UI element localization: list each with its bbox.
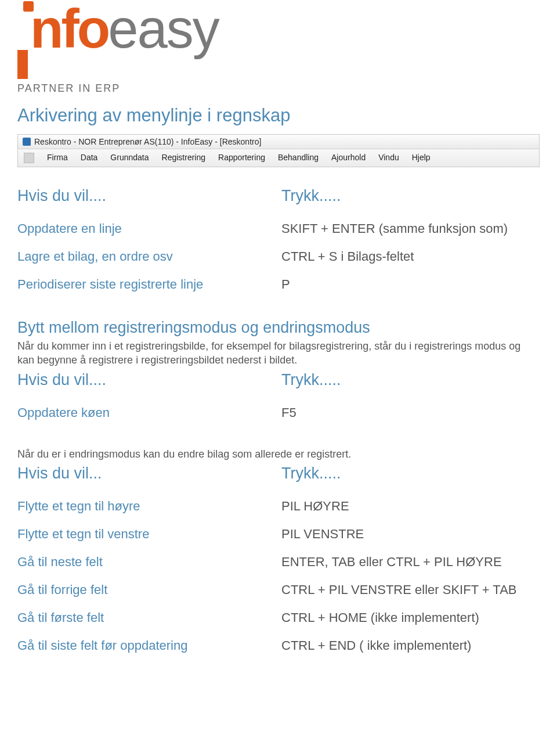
table-1-header-left: Hvis du vil.... <box>17 187 276 205</box>
app-window-menubar: Firma Data Grunndata Registrering Rappor… <box>18 149 539 167</box>
table-2-row-0-key: F5 <box>281 405 540 420</box>
logo-text-easy: easy <box>108 6 219 52</box>
table-1-row-1-action: Lagre et bilag, en ordre osv <box>17 249 276 264</box>
app-window: Reskontro - NOR Entreprenør AS(110) - In… <box>17 134 540 167</box>
app-window-title: Reskontro - NOR Entreprenør AS(110) - In… <box>34 137 261 146</box>
table-3-row-4-key: CTRL + HOME (ikke implementert) <box>281 610 540 625</box>
menu-item-registrering[interactable]: Registrering <box>162 153 205 163</box>
menu-item-grunndata[interactable]: Grunndata <box>110 153 149 163</box>
table-1-row-0-action: Oppdatere en linje <box>17 221 276 236</box>
table-3-row-1-action: Flytte et tegn til venstre <box>17 527 276 542</box>
table-2-row-0-action: Oppdatere køen <box>17 405 276 420</box>
table-3-row-2-key: ENTER, TAB eller CTRL + PIL HØYRE <box>281 555 540 570</box>
table-3-row-3-key: CTRL + PIL VENSTRE eller SKIFT + TAB <box>281 582 540 597</box>
app-icon <box>23 138 31 146</box>
table-1-header-right: Trykk..... <box>281 187 540 205</box>
table-1-row-1-key: CTRL + S i Bilags-feltet <box>281 249 540 264</box>
table-3-row-5-key: CTRL + END ( ikke implementert) <box>281 638 540 653</box>
table-2-header-left: Hvis du vil.... <box>17 371 276 389</box>
table-3-row-3-action: Gå til forrige felt <box>17 582 276 597</box>
logo-i-stem-icon <box>17 50 28 79</box>
menu-item-firma[interactable]: Firma <box>47 153 68 163</box>
menu-item-rapportering[interactable]: Rapportering <box>218 153 265 163</box>
table-3-row-0-action: Flytte et tegn til høyre <box>17 499 276 514</box>
menu-item-hjelp[interactable]: Hjelp <box>412 153 431 163</box>
menu-item-ajourhold[interactable]: Ajourhold <box>331 153 366 163</box>
menu-item-behandling[interactable]: Behandling <box>278 153 319 163</box>
table-3-row-5-action: Gå til siste felt før oppdatering <box>17 638 276 653</box>
shortcut-table-3: Hvis du vil... Trykk..... Flytte et tegn… <box>17 465 540 653</box>
app-window-titlebar: Reskontro - NOR Entreprenør AS(110) - In… <box>18 135 539 149</box>
menu-item-vindu[interactable]: Vindu <box>378 153 399 163</box>
table-3-header-left: Hvis du vil... <box>17 465 276 483</box>
table-3-row-1-key: PIL VENSTRE <box>281 527 540 542</box>
menu-item-data[interactable]: Data <box>81 153 98 163</box>
section-3-body: Når du er i endringsmodus kan du endre b… <box>17 447 540 461</box>
table-3-row-4-action: Gå til første felt <box>17 610 276 625</box>
section-2-body: Når du kommer inn i et registreringsbild… <box>17 339 540 368</box>
page-title: Arkivering av menylinje i regnskap <box>17 105 540 126</box>
shortcut-table-2: Hvis du vil.... Trykk..... Oppdatere køe… <box>17 371 540 420</box>
table-2-header-right: Trykk..... <box>281 371 540 389</box>
logo-dot-icon <box>23 1 34 12</box>
brand-logo: nfo easy PARTNER IN ERP <box>17 0 540 95</box>
menubar-system-icon[interactable] <box>24 153 34 163</box>
brand-logo-wordmark: nfo easy <box>17 6 540 81</box>
logo-text-info: nfo <box>30 6 108 52</box>
table-1-row-2-action: Periodiserer siste registrerte linje <box>17 277 276 292</box>
table-3-row-2-action: Gå til neste felt <box>17 555 276 570</box>
table-3-header-right: Trykk..... <box>281 465 540 483</box>
section-2-heading: Bytt mellom registreringsmodus og endrin… <box>17 319 540 337</box>
table-1-row-2-key: P <box>281 277 540 292</box>
table-1-row-0-key: SKIFT + ENTER (samme funksjon som) <box>281 221 540 236</box>
table-3-row-0-key: PIL HØYRE <box>281 499 540 514</box>
shortcut-table-1: Hvis du vil.... Trykk..... Oppdatere en … <box>17 187 540 292</box>
logo-tagline: PARTNER IN ERP <box>17 82 540 95</box>
